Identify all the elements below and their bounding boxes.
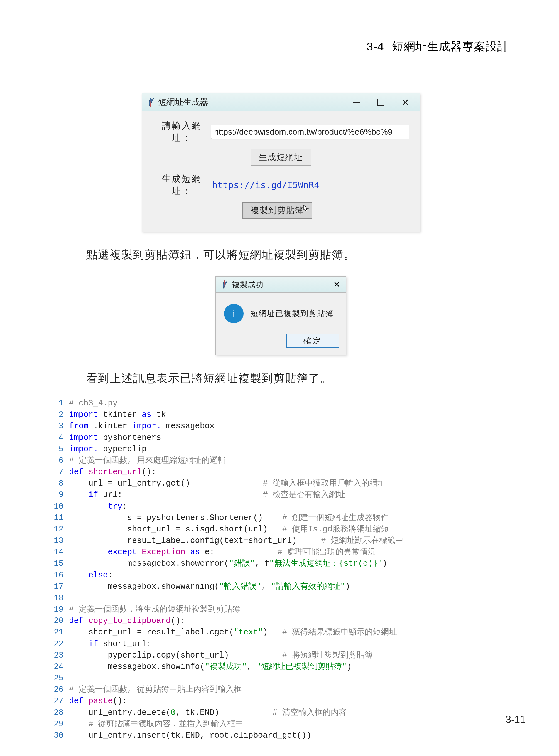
window-title: 短網址生成器 xyxy=(158,96,208,108)
code-line: messagebox.showinfo("複製成功", "短網址已複製到剪貼簿"… xyxy=(69,661,512,672)
line-number: 12 xyxy=(51,524,69,535)
paragraph-1: 點選複製到剪貼簿鈕，可以將短網址複製到剪貼簿。 xyxy=(86,246,512,263)
code-line: except Exception as e: # 處理可能出現的異常情況 xyxy=(69,547,512,558)
line-number: 5 xyxy=(51,443,69,455)
code-line: try: xyxy=(69,501,512,512)
line-number: 20 xyxy=(51,615,69,626)
code-line: url_entry.insert(tk.END, root.clipboard_… xyxy=(69,730,512,741)
code-line: short_url = result_label.cget("text") # … xyxy=(69,626,512,638)
header-title: 短網址生成器專案設計 xyxy=(392,40,509,53)
code-line: def copy_to_clipboard(): xyxy=(69,615,512,626)
line-number: 25 xyxy=(51,672,69,684)
line-number: 2 xyxy=(51,409,69,420)
tk-feather-icon xyxy=(147,97,155,108)
code-line: url_entry.delete(0, tk.END) # 清空輸入框的內容 xyxy=(69,707,512,718)
messagebox-close-button[interactable]: ✕ xyxy=(330,277,343,293)
url-input[interactable] xyxy=(211,125,409,139)
line-number: 10 xyxy=(51,501,69,512)
line-number: 3 xyxy=(51,420,69,432)
line-number: 21 xyxy=(51,626,69,638)
window-minimize-button[interactable] xyxy=(344,93,368,111)
code-line: # 定義一個函數，將生成的短網址複製到剪貼簿 xyxy=(69,604,512,615)
code-line: url = url_entry.get() # 從輸入框中獲取用戶輸入的網址 xyxy=(69,478,512,489)
line-number: 8 xyxy=(51,478,69,489)
code-line: s = pyshorteners.Shortener() # 創建一個短網址生成… xyxy=(69,512,512,524)
code-line: else: xyxy=(69,570,512,581)
code-listing: 1# ch3_4.py2import tkinter as tk3from tk… xyxy=(51,397,512,741)
code-line xyxy=(69,592,512,604)
line-number: 13 xyxy=(51,535,69,547)
messagebox-info: 複製成功 ✕ i 短網址已複製到剪貼簿 確定 xyxy=(216,276,346,355)
line-number: 14 xyxy=(51,547,69,558)
line-number: 11 xyxy=(51,512,69,524)
mouse-cursor-icon xyxy=(303,205,310,212)
paragraph-2: 看到上述訊息表示已將短網址複製到剪貼簿了。 xyxy=(86,370,512,387)
line-number: 23 xyxy=(51,650,69,661)
code-line: result_label.config(text=short_url) # 短網… xyxy=(69,535,512,547)
code-line: from tkinter import messagebox xyxy=(69,420,512,432)
line-number: 15 xyxy=(51,558,69,569)
messagebox-body-text: 短網址已複製到剪貼簿 xyxy=(250,308,334,319)
code-line: # ch3_4.py xyxy=(69,397,512,409)
code-line: if url: # 檢查是否有輸入網址 xyxy=(69,489,512,501)
code-line: pyperclip.copy(short_url) # 將短網址複製到剪貼簿 xyxy=(69,650,512,661)
line-number: 17 xyxy=(51,581,69,592)
line-number: 30 xyxy=(51,730,69,741)
code-line xyxy=(69,672,512,684)
window-close-button[interactable]: ✕ xyxy=(393,93,418,111)
line-number: 1 xyxy=(51,397,69,409)
messagebox-ok-button[interactable]: 確定 xyxy=(287,334,339,348)
line-number: 28 xyxy=(51,707,69,718)
line-number: 19 xyxy=(51,604,69,615)
code-line: # 定義一個函數, 用來處理縮短網址的邏輯 xyxy=(69,455,512,466)
page-header: 3-4 短網址生成器專案設計 xyxy=(50,39,509,54)
window-maximize-button[interactable] xyxy=(368,93,393,111)
line-number: 22 xyxy=(51,638,69,650)
info-icon: i xyxy=(224,304,244,323)
line-number: 24 xyxy=(51,661,69,672)
messagebox-title: 複製成功 xyxy=(232,279,263,290)
line-number: 16 xyxy=(51,570,69,581)
short-url-result: https://is.gd/I5WnR4 xyxy=(211,180,319,190)
code-line: short_url = s.isgd.short(url) # 使用Is.gd服… xyxy=(69,524,512,535)
code-line: messagebox.showerror("錯誤", f"無法生成短網址：{st… xyxy=(69,558,512,569)
code-line: # 從剪貼簿中獲取內容，並插入到輸入框中 xyxy=(69,718,512,730)
tk-feather-icon xyxy=(221,279,228,290)
line-number: 29 xyxy=(51,718,69,730)
code-line: messagebox.showwarning("輸入錯誤", "請輸入有效的網址… xyxy=(69,581,512,592)
page-number: 3-11 xyxy=(506,714,526,726)
tkinter-main-window: 短網址生成器 ✕ 請輸入網址： 生成短網址 生成短網址： https:/ xyxy=(142,93,420,232)
window-titlebar[interactable]: 短網址生成器 ✕ xyxy=(142,93,420,111)
code-line: def paste(): xyxy=(69,695,512,707)
input-url-label: 請輸入網址： xyxy=(153,120,211,144)
header-section-number: 3-4 xyxy=(367,40,384,53)
line-number: 6 xyxy=(51,455,69,466)
line-number: 26 xyxy=(51,684,69,695)
copy-to-clipboard-button[interactable]: 複製到剪貼簿 xyxy=(243,202,312,219)
code-line: import tkinter as tk xyxy=(69,409,512,420)
line-number: 4 xyxy=(51,432,69,443)
line-number: 27 xyxy=(51,695,69,707)
line-number: 9 xyxy=(51,489,69,501)
generate-shorturl-button[interactable]: 生成短網址 xyxy=(250,149,311,165)
code-line: def shorten_url(): xyxy=(69,466,512,478)
messagebox-titlebar[interactable]: 複製成功 ✕ xyxy=(216,277,346,293)
code-line: import pyperclip xyxy=(69,443,512,455)
code-line: import pyshorteners xyxy=(69,432,512,443)
code-line: if short_url: xyxy=(69,638,512,650)
code-line: # 定義一個函數, 從剪貼簿中貼上內容到輸入框 xyxy=(69,684,512,695)
line-number: 18 xyxy=(51,592,69,604)
line-number: 7 xyxy=(51,466,69,478)
result-url-label: 生成短網址： xyxy=(153,173,211,197)
